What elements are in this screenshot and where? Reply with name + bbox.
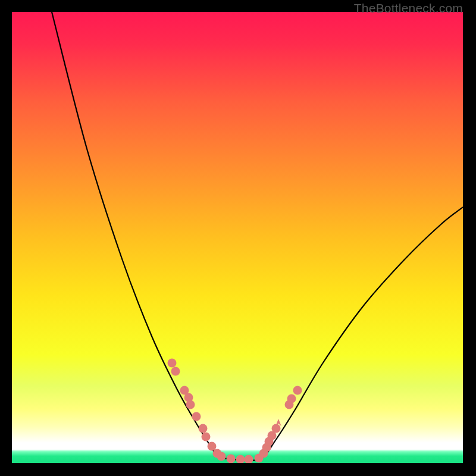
v-curve-chart — [12, 12, 463, 463]
data-point — [186, 400, 195, 409]
data-point — [168, 359, 177, 368]
data-point — [287, 394, 296, 403]
data-point — [171, 367, 180, 376]
data-point — [217, 452, 226, 461]
data-point — [199, 424, 208, 433]
watermark-text: TheBottleneck.com — [354, 1, 463, 15]
chart-frame — [12, 12, 463, 463]
data-point — [192, 412, 201, 421]
data-point — [202, 433, 211, 441]
data-point — [208, 442, 217, 451]
data-point — [227, 455, 236, 464]
data-point — [293, 386, 302, 395]
gradient-background — [12, 12, 463, 463]
